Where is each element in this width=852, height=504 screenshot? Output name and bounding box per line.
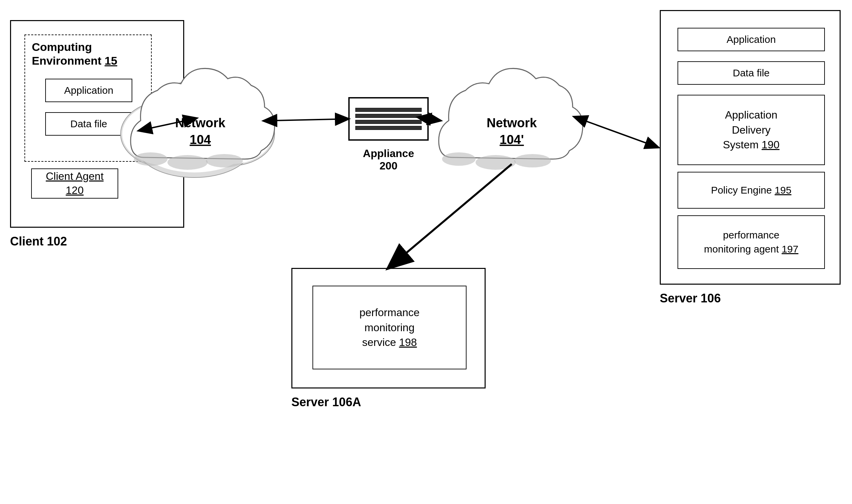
server-box: Application Data file ApplicationDeliver… bbox=[660, 10, 840, 285]
pma-label: performancemonitoring agent 197 bbox=[704, 228, 798, 256]
client-datafile-box: Data file bbox=[45, 112, 132, 136]
client-label: Client 102 bbox=[10, 234, 67, 249]
svg-point-2 bbox=[187, 102, 275, 166]
network104prime-number: 104' bbox=[500, 132, 524, 147]
network104-number: 104 bbox=[189, 132, 211, 147]
server106a-box: performancemonitoringservice 198 bbox=[291, 268, 486, 389]
appliance-line-2 bbox=[355, 114, 421, 118]
appliance-line-4 bbox=[355, 126, 421, 130]
client-application-label: Application bbox=[64, 85, 113, 96]
pms-box: performancemonitoringservice 198 bbox=[312, 286, 467, 370]
ads-label: ApplicationDeliverySystem 190 bbox=[723, 108, 780, 152]
appliance-line-3 bbox=[355, 120, 421, 124]
svg-point-6 bbox=[189, 104, 273, 164]
server-datafile-label: Data file bbox=[733, 67, 769, 79]
diagram-container: ComputingEnvironment 15 Application Data… bbox=[0, 0, 852, 504]
ads-box: ApplicationDeliverySystem 190 bbox=[677, 95, 825, 165]
svg-point-13 bbox=[514, 154, 551, 167]
policy-engine-box: Policy Engine 195 bbox=[677, 172, 825, 209]
server-datafile-box: Data file bbox=[677, 61, 825, 85]
svg-point-10 bbox=[206, 154, 243, 167]
svg-point-11 bbox=[442, 152, 475, 166]
client-agent-box: Client Agent120 bbox=[31, 168, 118, 199]
computing-environment-box: ComputingEnvironment 15 Application Data… bbox=[24, 35, 152, 162]
computing-env-label: ComputingEnvironment 15 bbox=[32, 40, 117, 68]
client-application-box: Application bbox=[45, 79, 132, 102]
network104prime-to-server-arrow bbox=[584, 121, 658, 147]
pma-box: performancemonitoring agent 197 bbox=[677, 215, 825, 269]
network104prime-cloud bbox=[439, 68, 583, 170]
appliance-label: Appliance200 bbox=[345, 147, 432, 172]
appliance-line-1 bbox=[355, 108, 421, 112]
client-agent-label: Client Agent120 bbox=[46, 169, 104, 197]
network104prime-to-server106a-arrow bbox=[388, 164, 512, 268]
network104-to-appliance-arrow bbox=[275, 119, 348, 121]
pms-label: performancemonitoringservice 198 bbox=[359, 305, 420, 350]
appliance-to-network104prime-arrow bbox=[429, 119, 440, 121]
server-application-box: Application bbox=[677, 28, 825, 51]
client-datafile-label: Data file bbox=[70, 118, 107, 130]
policy-engine-label: Policy Engine 195 bbox=[711, 183, 791, 197]
svg-point-12 bbox=[475, 155, 516, 170]
server-application-label: Application bbox=[727, 34, 776, 45]
client-box: ComputingEnvironment 15 Application Data… bbox=[10, 20, 184, 228]
server106a-label: Server 106A bbox=[291, 395, 361, 409]
appliance-box bbox=[348, 97, 429, 141]
server-label: Server 106 bbox=[660, 291, 721, 305]
network104prime-label: Network bbox=[487, 116, 537, 130]
